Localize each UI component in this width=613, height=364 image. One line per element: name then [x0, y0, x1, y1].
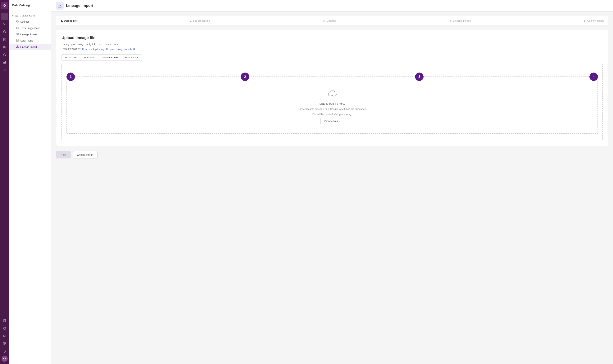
sidebar: Data Catalog ▶ 📖 Catalog Items Sources T…	[9, 0, 51, 364]
rail-icon-book[interactable]	[1, 36, 8, 43]
cancel-import-button[interactable]: Cancel import	[73, 151, 97, 158]
svg-line-1	[5, 25, 6, 26]
svg-line-19	[4, 70, 5, 71]
sidebar-item-scan-plans[interactable]: Scan Plans	[9, 38, 51, 44]
sidebar-title: Data Catalog	[12, 3, 30, 7]
svg-rect-34	[18, 34, 19, 35]
sidebar-section: ▶ 📖 Catalog Items Sources Term Suggestio…	[9, 10, 51, 52]
cloud-upload-icon	[327, 91, 337, 100]
icon-rail: O ⌂ FB	[0, 0, 9, 364]
upload-card: Upload lineage file Lineage processing u…	[56, 30, 608, 146]
upload-title: Upload lineage file	[61, 36, 603, 40]
rail-icon-report[interactable]	[1, 317, 8, 324]
step-connector-1	[78, 21, 189, 21]
upload-desc-line1: Lineage processing usually takes less th…	[61, 42, 603, 46]
docs-link[interactable]: How to setup lineage file processing cor…	[82, 48, 135, 51]
svg-rect-32	[16, 33, 17, 35]
drop-zone[interactable]: Drag & drop file here. Only Ataccama Lin…	[67, 81, 598, 134]
step-4: 4. Creating lineage	[450, 19, 471, 22]
svg-line-18	[4, 70, 5, 70]
file-type-tabs: Manta API Manta file Ataccama file Scan …	[61, 54, 142, 61]
tab-manta-file[interactable]: Manta file	[80, 54, 98, 61]
rail-icon-analytics[interactable]	[1, 67, 8, 74]
file-upload-area: 1 2 3 4	[61, 64, 603, 140]
step-connector-3	[338, 21, 448, 21]
numbered-steps: 1 2 3 4	[67, 73, 598, 81]
docs-link-prefix: Read the docs on	[61, 47, 81, 51]
svg-point-15	[3, 70, 4, 70]
tab-scan-results[interactable]: Scan results	[121, 54, 142, 61]
bottom-actions: Next Cancel import	[56, 151, 608, 158]
svg-rect-33	[18, 33, 19, 34]
sidebar-item-catalog-items[interactable]: ▶ 📖 Catalog Items	[9, 13, 51, 19]
svg-point-17	[5, 70, 6, 71]
sidebar-header: Data Catalog	[9, 0, 51, 10]
svg-rect-27	[5, 342, 6, 344]
num-step-3: 3	[415, 73, 423, 81]
step-5: 5. Confirm import	[584, 19, 604, 22]
rail-icon-settings[interactable]	[1, 325, 8, 332]
sidebar-item-term-suggestions[interactable]: Term Suggestions	[9, 25, 51, 31]
tab-ataccama-file[interactable]: Ataccama file	[98, 54, 121, 61]
rail-icon-bell[interactable]	[1, 348, 8, 355]
rail-icon-search[interactable]	[1, 21, 8, 27]
num-connector-2	[249, 77, 415, 77]
term-suggestions-icon	[16, 26, 19, 30]
svg-rect-12	[3, 62, 4, 64]
content-area: 1. Upload file 2. File processing 3. Map…	[51, 12, 613, 364]
sidebar-item-label: Sources	[20, 20, 29, 23]
num-step-2: 2	[241, 73, 249, 81]
sidebar-item-label: Lineage Import	[20, 46, 37, 48]
svg-point-29	[16, 20, 18, 21]
num-connector-1	[75, 77, 241, 77]
svg-rect-10	[3, 47, 4, 48]
topbar-title: Lineage Import	[66, 3, 93, 8]
sources-icon	[16, 20, 19, 23]
svg-marker-30	[16, 27, 18, 29]
chevron-right-icon: ▶	[12, 14, 14, 17]
drop-notice: File will be deleted after processing.	[313, 113, 352, 116]
catalog-items-icon: 📖	[15, 14, 18, 17]
svg-rect-26	[3, 342, 4, 345]
lineage-assets-icon	[16, 33, 19, 36]
rail-icon-grid[interactable]	[1, 44, 8, 51]
sidebar-item-sources[interactable]: Sources	[9, 19, 51, 25]
svg-rect-28	[5, 344, 6, 345]
tab-manta-api[interactable]: Manta API	[62, 54, 80, 61]
sidebar-item-label: Term Suggestions	[20, 26, 40, 29]
sidebar-item-label: Catalog Items	[20, 14, 35, 17]
rail-icon-grid2[interactable]	[1, 340, 8, 347]
lineage-import-icon	[16, 45, 19, 49]
step-connector-2	[211, 21, 322, 21]
num-step-4: 4	[589, 73, 598, 81]
svg-point-16	[5, 69, 6, 70]
main-content: Lineage Import 1. Upload file 2. File pr…	[51, 0, 613, 364]
step-connector-4	[472, 21, 583, 21]
sidebar-item-label: Lineage Assets	[20, 33, 37, 36]
drop-subtext: Only Ataccama Lineage *.zip files up to …	[298, 107, 367, 110]
scan-plans-icon	[16, 39, 19, 42]
svg-rect-8	[3, 46, 4, 47]
external-link-icon	[133, 48, 135, 50]
user-avatar[interactable]: FB	[1, 356, 8, 362]
topbar: Lineage Import	[51, 0, 613, 12]
rail-icon-globe[interactable]	[1, 28, 8, 35]
rail-icon-shield[interactable]	[1, 51, 8, 58]
topbar-icon	[56, 2, 64, 10]
sidebar-item-label: Scan Plans	[20, 39, 33, 42]
rail-icon-home[interactable]: ⌂	[1, 13, 8, 20]
svg-rect-14	[5, 61, 6, 64]
next-button[interactable]: Next	[56, 151, 71, 158]
svg-rect-13	[4, 62, 5, 64]
sidebar-item-lineage-assets[interactable]: Lineage Assets	[9, 31, 51, 38]
num-connector-3	[423, 77, 589, 77]
step-3: 3. Mapping	[323, 19, 336, 22]
browse-files-button[interactable]: Browse files...	[320, 118, 344, 124]
step-1: 1. Upload file	[61, 19, 77, 22]
sidebar-item-lineage-import[interactable]: Lineage Import	[9, 44, 51, 50]
step-2: 2. File processing	[190, 19, 210, 22]
rail-icon-check[interactable]	[1, 333, 8, 339]
num-step-1: 1	[67, 73, 75, 81]
rail-icon-chart[interactable]	[1, 59, 8, 66]
app-logo[interactable]: O	[1, 2, 8, 9]
